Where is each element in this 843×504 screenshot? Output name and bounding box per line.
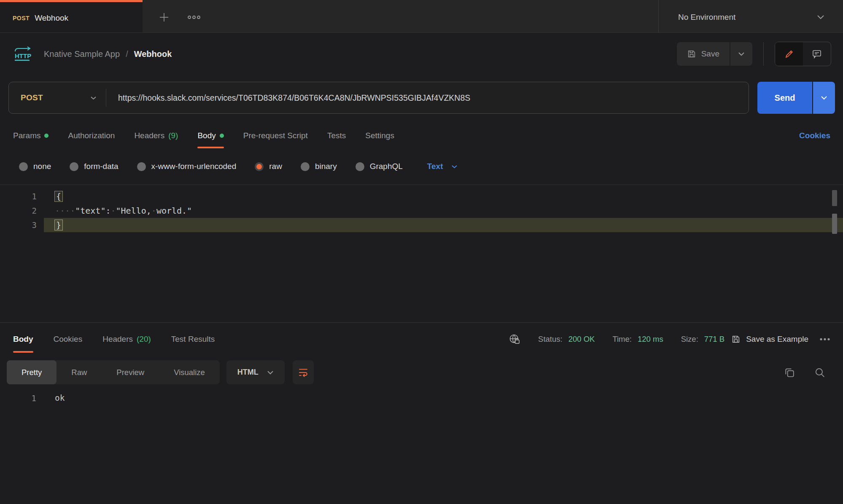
tab-options-button[interactable] [187, 15, 201, 19]
copy-icon [784, 367, 795, 378]
request-tab-params[interactable]: Params [13, 123, 48, 148]
request-tab-body[interactable]: Body [197, 123, 224, 148]
request-tab-authorization[interactable]: Authorization [68, 123, 115, 148]
radio-icon [19, 162, 28, 171]
breadcrumb-collection[interactable]: Knative Sample App [44, 49, 120, 59]
copy-response-button[interactable] [784, 367, 795, 378]
environment-label: No Environment [678, 13, 735, 22]
view-preview[interactable]: Preview [102, 360, 159, 384]
edit-mode-button[interactable] [775, 42, 803, 66]
plus-icon [159, 12, 170, 23]
request-url-row: POST https://hooks.slack.com/services/T0… [8, 82, 843, 114]
request-tab-tests[interactable]: Tests [327, 123, 346, 148]
cookies-link[interactable]: Cookies [799, 131, 830, 140]
tab-label: Params [13, 131, 40, 140]
language-value: Text [427, 162, 443, 171]
chevron-down-icon [821, 96, 827, 100]
tab-label: Test Results [171, 335, 215, 344]
divider [763, 42, 764, 66]
view-label: Pretty [22, 368, 42, 377]
response-line: 1ok [0, 391, 843, 405]
body-type-label: form-data [84, 162, 118, 171]
search-response-button[interactable] [814, 367, 825, 378]
tab-title: Webhook [35, 13, 68, 23]
request-body-editor[interactable]: 1{2····"text":·"Hello,·world."3} [0, 185, 843, 322]
code-text: ····"text":·"Hello,·world." [55, 204, 192, 218]
wrap-text-icon [298, 367, 309, 378]
url-box: POST https://hooks.slack.com/services/T0… [8, 82, 749, 114]
response-format-selector[interactable]: HTML [226, 360, 285, 384]
view-raw[interactable]: Raw [57, 360, 102, 384]
globe-lock-icon[interactable] [509, 333, 520, 345]
status-value: 200 OK [568, 335, 595, 344]
chevron-down-icon [90, 96, 97, 100]
response-tab-headers[interactable]: Headers(20) [102, 323, 151, 355]
tab-label: Headers [102, 335, 133, 344]
save-as-example-button[interactable]: Save as Example [731, 335, 808, 344]
response-meta-bar: BodyCookiesHeaders(20)Test Results Statu… [0, 322, 843, 355]
pencil-icon [784, 49, 794, 59]
method-value: POST [21, 93, 43, 102]
send-button-label: Send [775, 93, 795, 103]
body-type-binary[interactable]: binary [301, 162, 337, 171]
request-header-bar: HTTP Knative Sample App / Webhook Save [0, 33, 843, 75]
comments-button[interactable] [803, 42, 831, 66]
save-options-button[interactable] [730, 42, 752, 66]
code-text: { [55, 189, 62, 204]
chevron-down-icon [817, 15, 824, 19]
floppy-icon [687, 49, 696, 59]
top-tab-bar: POST Webhook No Environment [0, 0, 843, 33]
view-pretty[interactable]: Pretty [7, 360, 57, 384]
request-tab-settings[interactable]: Settings [365, 123, 394, 148]
tab-label: Pre-request Script [243, 131, 308, 140]
view-visualize[interactable]: Visualize [159, 360, 220, 384]
url-input[interactable]: https://hooks.slack.com/services/T06TD83… [118, 93, 470, 103]
request-tab-pre-request-script[interactable]: Pre-request Script [243, 123, 308, 148]
status-label: Status: [538, 335, 563, 344]
body-type-label: binary [315, 162, 337, 171]
breadcrumb-request-name[interactable]: Webhook [134, 49, 172, 59]
chevron-down-icon [451, 165, 458, 169]
format-value: HTML [237, 368, 259, 377]
tab-label: Body [13, 335, 33, 344]
editor-scrollbar-thumb[interactable] [832, 190, 837, 206]
tab-label: Tests [327, 131, 346, 140]
unsaved-dot [220, 134, 224, 138]
response-body-viewer[interactable]: 1ok [0, 384, 843, 405]
environment-selector[interactable]: No Environment [658, 0, 843, 32]
response-tab-test-results[interactable]: Test Results [171, 323, 215, 355]
tab-label: Authorization [68, 131, 115, 140]
radio-icon [301, 162, 310, 171]
response-tab-body[interactable]: Body [13, 323, 33, 355]
wrap-text-button[interactable] [293, 360, 314, 384]
view-label: Preview [116, 368, 144, 377]
response-toolbar: PrettyRawPreviewVisualize HTML [7, 360, 843, 384]
size-value: 771 B [704, 335, 724, 344]
editor-line[interactable]: 3} [0, 218, 843, 232]
new-tab-button[interactable] [159, 12, 170, 23]
editor-line[interactable]: 2····"text":·"Hello,·world." [0, 204, 843, 218]
send-options-button[interactable] [813, 82, 835, 114]
radio-icon [255, 162, 264, 171]
tab-method-label: POST [13, 15, 30, 21]
save-button[interactable]: Save [677, 42, 730, 66]
body-type-x-www-form-urlencoded[interactable]: x-www-form-urlencoded [137, 162, 237, 171]
body-type-raw[interactable]: raw [255, 162, 282, 171]
request-tab-headers[interactable]: Headers(9) [134, 123, 178, 148]
method-selector[interactable]: POST [9, 93, 106, 102]
body-type-row: noneform-datax-www-form-urlencodedrawbin… [0, 148, 843, 185]
body-type-none[interactable]: none [19, 162, 51, 171]
editor-scrollbar-thumb[interactable] [832, 214, 837, 234]
send-button[interactable]: Send [757, 82, 812, 114]
open-request-tab[interactable]: POST Webhook [0, 0, 143, 32]
body-type-form-data[interactable]: form-data [70, 162, 118, 171]
breadcrumb-separator: / [126, 49, 128, 59]
body-type-graphql[interactable]: GraphQL [356, 162, 403, 171]
line-number: 3 [0, 218, 37, 232]
radio-icon [137, 162, 146, 171]
editor-line[interactable]: 1{ [0, 189, 843, 204]
body-language-selector[interactable]: Text [427, 162, 458, 171]
response-options-button[interactable] [819, 338, 830, 341]
request-tabs: ParamsAuthorizationHeaders(9)BodyPre-req… [0, 123, 843, 148]
response-tab-cookies[interactable]: Cookies [54, 323, 83, 355]
